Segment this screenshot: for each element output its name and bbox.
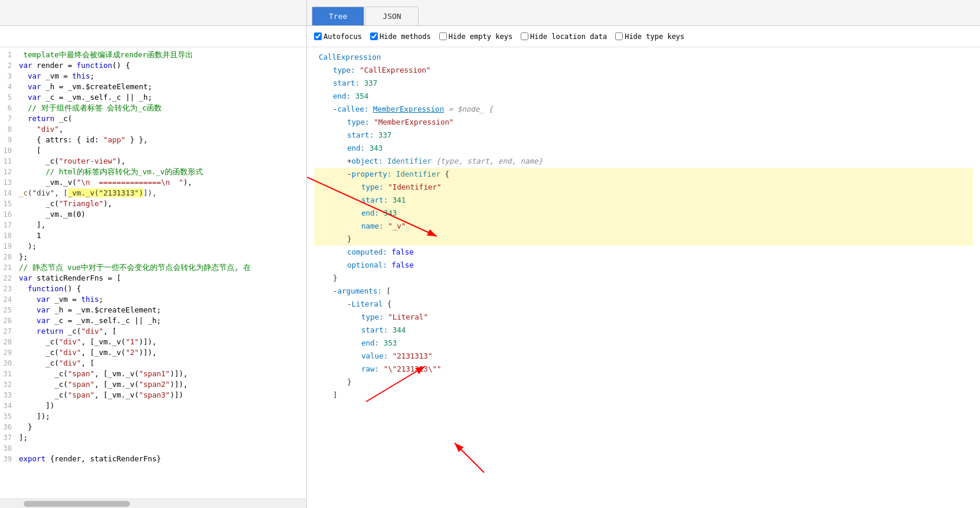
line-content: return _c("div", [ [17, 326, 306, 337]
tree-row: end: 354 [314, 90, 973, 103]
tree-row: } [314, 233, 973, 246]
line-content: ], [17, 220, 306, 230]
line-number: 2 [0, 60, 17, 71]
line-content: var staticRenderFns = [ [17, 273, 306, 284]
autofocus-option[interactable]: Autofocus [314, 32, 362, 41]
code-line: 30 _c("div", [ [0, 358, 306, 369]
line-content: _c("div", [ [17, 358, 306, 369]
line-number: 24 [0, 294, 17, 305]
line-number: 31 [0, 369, 17, 379]
hide-type-keys-checkbox[interactable] [615, 32, 623, 40]
code-line: 11 _c("router-view"), [0, 156, 306, 167]
svg-line-2 [455, 443, 484, 473]
tree-row: ] [314, 389, 973, 402]
line-content: // 静态节点 vue中对于一些不会变化的节点会转化为静态节点, 在 [17, 262, 306, 273]
line-number: 25 [0, 305, 17, 315]
line-number: 19 [0, 241, 17, 252]
line-content: var render = function() { [17, 60, 306, 71]
hide-methods-option[interactable]: Hide methods [370, 32, 431, 41]
code-line: 20}; [0, 252, 306, 262]
code-line: 35 ]); [0, 411, 306, 422]
line-content: _vm._m(0) [17, 209, 306, 220]
tree-row: start: 337 [314, 77, 973, 90]
line-number: 8 [0, 124, 17, 135]
line-content: _c("span", [_vm._v("span1")]), [17, 369, 306, 379]
code-line: 4 var _h = _vm.$createElement; [0, 82, 306, 92]
hide-location-data-checkbox[interactable] [521, 32, 528, 40]
line-number: 28 [0, 337, 17, 347]
tree-row: name: "_v" [314, 220, 973, 233]
line-number: 30 [0, 358, 17, 369]
code-line: 33 _c("span", [_vm._v("span3")]) [0, 390, 306, 400]
hide-location-data-option[interactable]: Hide location data [521, 32, 607, 41]
hide-empty-keys-option[interactable]: Hide empty keys [439, 32, 512, 41]
code-line: 2var render = function() { [0, 60, 306, 71]
hide-type-keys-option[interactable]: Hide type keys [615, 32, 684, 41]
line-content: [ [17, 145, 306, 156]
autofocus-checkbox[interactable] [314, 32, 322, 40]
json-tab[interactable]: JSON [365, 6, 418, 25]
tree-row: - arguments: [ [314, 285, 973, 298]
line-number: 35 [0, 411, 17, 422]
line-number: 38 [0, 443, 17, 454]
line-number: 12 [0, 167, 17, 177]
code-line: 25 var _h = _vm.$createElement; [0, 305, 306, 315]
line-number: 3 [0, 71, 17, 82]
line-number: 32 [0, 379, 17, 390]
hide-methods-checkbox[interactable] [370, 32, 378, 40]
right-panel[interactable]: CallExpression type: "CallExpression"sta… [307, 47, 980, 508]
line-content: ]; [17, 432, 306, 443]
line-content: _c("div", [_vm._v("2131313")]), [17, 188, 306, 198]
code-line: 31 _c("span", [_vm._v("span1")]), [0, 369, 306, 379]
code-line: 13 _vm._v("\n ==============\n "), [0, 177, 306, 188]
line-number: 34 [0, 400, 17, 411]
line-number: 16 [0, 209, 17, 220]
line-content: _c("span", [_vm._v("span3")]) [17, 390, 306, 400]
code-line: 6 // 对于组件或者标签 会转化为_c函数 [0, 103, 306, 113]
horizontal-scrollbar[interactable] [0, 499, 306, 508]
code-line: 32 _c("span", [_vm._v("span2")]), [0, 379, 306, 390]
code-line: 7 return _c( [0, 113, 306, 124]
line-content: // 对于组件或者标签 会转化为_c函数 [17, 103, 306, 113]
code-line: 10 [ [0, 145, 306, 156]
line-number: 21 [0, 262, 17, 273]
tree-tab[interactable]: Tree [312, 6, 364, 25]
line-content: var _vm = this; [17, 294, 306, 305]
tree-row: type: "CallExpression" [314, 64, 973, 77]
tree-row: optional: false [314, 259, 973, 272]
code-line: 12 // html的标签内容转化为_vm._v的函数形式 [0, 167, 306, 177]
line-number: 36 [0, 422, 17, 432]
line-number: 13 [0, 177, 17, 188]
tree-row: start: 341 [314, 194, 973, 207]
code-area[interactable]: 1 template中最终会被编译成render函数并且导出2var rende… [0, 47, 306, 499]
code-line: 17 ], [0, 220, 306, 230]
line-number: 15 [0, 198, 17, 209]
code-line: 37]; [0, 432, 306, 443]
code-line: 22var staticRenderFns = [ [0, 273, 306, 284]
options-bar: Autofocus Hide methods Hide empty keys H… [307, 26, 691, 47]
code-line: 38 [0, 443, 306, 454]
tree-row: computed: false [314, 246, 973, 259]
code-line: 3 var _vm = this; [0, 71, 306, 82]
code-line: 24 var _vm = this; [0, 294, 306, 305]
line-number: 5 [0, 92, 17, 103]
code-line: 23 function() { [0, 284, 306, 294]
tree-row: end: 353 [314, 337, 973, 350]
line-number: 9 [0, 135, 17, 145]
line-content: _c("span", [_vm._v("span2")]), [17, 379, 306, 390]
line-number: 18 [0, 230, 17, 241]
tree-row: start: 344 [314, 324, 973, 337]
code-line: 14_c("div", [_vm._v("2131313")]), [0, 188, 306, 198]
line-content: function() { [17, 284, 306, 294]
line-content: 1 [17, 230, 306, 241]
code-line: 28 _c("div", [_vm._v("1")]), [0, 337, 306, 347]
tree-row: value: "2131313" [314, 350, 973, 363]
line-content: var _h = _vm.$createElement; [17, 82, 306, 92]
line-number: 33 [0, 390, 17, 400]
line-content: _c("Triangle"), [17, 198, 306, 209]
line-number: 37 [0, 432, 17, 443]
line-content: var _c = _vm._self._c || _h; [17, 92, 306, 103]
tree-row: end: 343 [314, 207, 973, 220]
hide-empty-keys-checkbox[interactable] [439, 32, 447, 40]
tree-row: - Literal { [314, 298, 973, 311]
